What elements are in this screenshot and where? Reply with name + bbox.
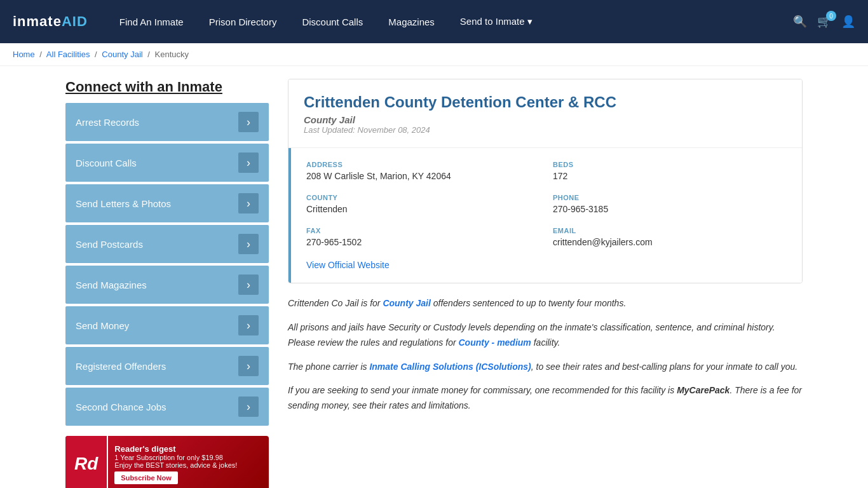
sidebar-item-send-letters[interactable]: Send Letters & Photos › — [65, 184, 269, 222]
detail-county-group: COUNTY Crittenden — [306, 194, 540, 214]
sidebar-title: Connect with an Inmate — [65, 79, 269, 95]
main-container: Connect with an Inmate Arrest Records › … — [53, 79, 815, 488]
sidebar-item-registered-offenders[interactable]: Registered Offenders › — [65, 347, 269, 385]
email-label: EMAIL — [553, 227, 787, 234]
sidebar: Connect with an Inmate Arrest Records › … — [65, 79, 269, 488]
detail-beds-group: BEDS 172 — [553, 161, 787, 181]
ad-text: Reader's digest 1 Year Subscription for … — [108, 440, 269, 488]
breadcrumb-sep-1: / — [39, 50, 42, 59]
sidebar-item-label: Send Postcards — [76, 239, 143, 250]
ad-content: Rd Reader's digest 1 Year Subscription f… — [65, 436, 269, 488]
county-value: Crittenden — [306, 204, 540, 214]
sidebar-item-discount-calls[interactable]: Discount Calls › — [65, 144, 269, 182]
facility-type: County Jail — [304, 114, 787, 125]
phone-label: PHONE — [553, 194, 787, 201]
arrow-icon: › — [238, 152, 259, 173]
desc-para4: If you are seeking to send your inmate m… — [288, 383, 803, 414]
desc-para1-after: offenders sentenced to up to twenty four… — [431, 298, 626, 308]
ad-brand: Reader's digest — [114, 444, 262, 454]
facility-header: Crittenden County Detention Center & RCC… — [288, 79, 802, 148]
arrow-icon: › — [238, 315, 259, 336]
nav-find-inmate[interactable]: Find An Inmate — [107, 0, 196, 43]
main-nav: Find An Inmate Prison Directory Discount… — [107, 0, 793, 43]
ad-banner[interactable]: Rd Reader's digest 1 Year Subscription f… — [65, 436, 269, 488]
sidebar-item-arrest-records[interactable]: Arrest Records › — [65, 103, 269, 141]
ad-logo: Rd — [65, 436, 108, 488]
sidebar-item-send-postcards[interactable]: Send Postcards › — [65, 225, 269, 263]
ad-tagline: Enjoy the BEST stories, advice & jokes! — [114, 461, 262, 469]
nav-prison-directory[interactable]: Prison Directory — [196, 0, 290, 43]
arrow-icon: › — [238, 274, 259, 295]
facility-name: Crittenden County Detention Center & RCC — [304, 92, 787, 112]
sidebar-item-send-money[interactable]: Send Money › — [65, 306, 269, 344]
detail-email-group: EMAIL crittenden@kyjailers.com — [553, 227, 787, 247]
arrow-icon: › — [238, 193, 259, 214]
header: inmateAID Find An Inmate Prison Director… — [0, 0, 868, 43]
detail-website-group: View Official Website — [306, 260, 787, 270]
facility-details: ADDRESS 208 W Carlisle St, Marion, KY 42… — [288, 148, 802, 283]
county-label: COUNTY — [306, 194, 540, 201]
arrow-icon: › — [238, 356, 259, 376]
sidebar-item-send-magazines[interactable]: Send Magazines › — [65, 266, 269, 304]
desc-para3-before: The phone carrier is — [288, 362, 369, 372]
description: Crittenden Co Jail is for County Jail of… — [288, 283, 803, 435]
breadcrumb-state: Kentucky — [155, 50, 189, 59]
sidebar-item-label: Send Magazines — [76, 280, 147, 290]
ad-subscribe-button[interactable]: Subscribe Now — [114, 471, 177, 484]
nav-send-to-inmate[interactable]: Send to Inmate ▾ — [447, 0, 545, 43]
breadcrumb: Home / All Facilities / County Jail / Ke… — [0, 43, 868, 66]
desc-para3: The phone carrier is Inmate Calling Solu… — [288, 360, 803, 375]
fax-value: 270-965-1502 — [306, 237, 540, 247]
sidebar-item-label: Second Chance Jobs — [76, 402, 166, 412]
sidebar-item-label: Send Money — [76, 320, 129, 331]
breadcrumb-sep-3: / — [147, 50, 150, 59]
address-value: 208 W Carlisle St, Marion, KY 42064 — [306, 171, 540, 181]
detail-phone-group: PHONE 270-965-3185 — [553, 194, 787, 214]
arrow-icon: › — [238, 234, 259, 254]
breadcrumb-all-facilities[interactable]: All Facilities — [46, 50, 90, 59]
cart-icon[interactable]: 🛒 0 — [817, 15, 831, 29]
desc-para1-before: Crittenden Co Jail is for — [288, 298, 383, 308]
sidebar-item-label: Arrest Records — [76, 117, 139, 128]
arrow-icon: › — [238, 112, 259, 132]
cart-badge: 0 — [826, 11, 836, 21]
facility-card: Crittenden County Detention Center & RCC… — [288, 79, 803, 283]
desc-para3-after: , to see their rates and best-calling pl… — [531, 362, 797, 372]
breadcrumb-home[interactable]: Home — [13, 50, 35, 59]
header-icons: 🔍 🛒 0 👤 — [793, 15, 855, 29]
sidebar-item-label: Registered Offenders — [76, 361, 166, 372]
arrow-icon: › — [238, 396, 259, 417]
detail-fax-group: FAX 270-965-1502 — [306, 227, 540, 247]
sidebar-item-label: Discount Calls — [76, 158, 137, 168]
main-content: Crittenden County Detention Center & RCC… — [288, 79, 803, 488]
desc-icsolutions-link[interactable]: Inmate Calling Solutions (ICSolutions) — [369, 362, 531, 372]
user-icon[interactable]: 👤 — [841, 15, 855, 29]
desc-county-medium-link[interactable]: County - medium — [458, 337, 531, 348]
ad-offer: 1 Year Subscription for only $19.98 — [114, 454, 262, 461]
sidebar-menu: Arrest Records › Discount Calls › Send L… — [65, 103, 269, 426]
beds-value: 172 — [553, 171, 787, 181]
phone-value: 270-965-3185 — [553, 204, 787, 214]
logo-highlight: AID — [62, 13, 88, 29]
email-value: crittenden@kyjailers.com — [553, 237, 787, 247]
nav-magazines[interactable]: Magazines — [376, 0, 447, 43]
facility-updated: Last Updated: November 08, 2024 — [304, 125, 787, 135]
logo[interactable]: inmateAID — [13, 13, 88, 30]
beds-label: BEDS — [553, 161, 787, 168]
sidebar-item-second-chance-jobs[interactable]: Second Chance Jobs › — [65, 388, 269, 426]
desc-county-jail-link[interactable]: County Jail — [383, 298, 430, 308]
address-label: ADDRESS — [306, 161, 540, 168]
desc-para1: Crittenden Co Jail is for County Jail of… — [288, 296, 803, 311]
desc-para4-before: If you are seeking to send your inmate m… — [288, 385, 677, 395]
sidebar-item-label: Send Letters & Photos — [76, 198, 171, 209]
search-icon[interactable]: 🔍 — [793, 15, 807, 29]
desc-para2-after: facility. — [531, 337, 560, 348]
official-website-link[interactable]: View Official Website — [306, 260, 390, 270]
logo-text: inmateAID — [13, 13, 88, 30]
breadcrumb-county-jail[interactable]: County Jail — [102, 50, 142, 59]
nav-discount-calls[interactable]: Discount Calls — [289, 0, 376, 43]
desc-para2: All prisons and jails have Security or C… — [288, 320, 803, 351]
detail-address-group: ADDRESS 208 W Carlisle St, Marion, KY 42… — [306, 161, 540, 181]
fax-label: FAX — [306, 227, 540, 234]
desc-mycarepack-bold: MyCarePack — [677, 385, 729, 395]
